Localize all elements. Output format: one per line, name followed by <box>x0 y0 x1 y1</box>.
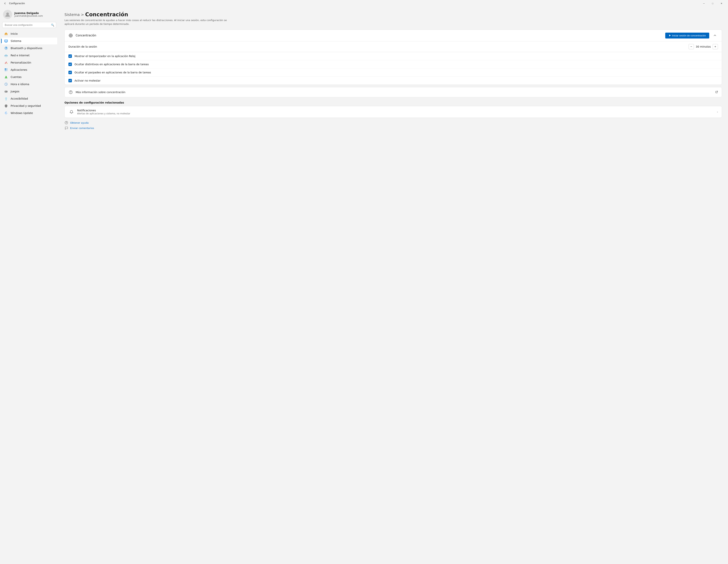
enviar-comentarios-link[interactable]: Enviar comentarios <box>64 126 722 130</box>
card-title: Concentración <box>76 34 663 37</box>
sidebar-item-label: Red e Internet <box>11 54 30 57</box>
svg-point-11 <box>5 76 7 77</box>
sidebar-item-red[interactable]: Red e Internet <box>1 52 57 59</box>
sidebar-item-label: Privacidad y seguridad <box>11 104 41 107</box>
help-circle-icon <box>68 90 73 94</box>
network-icon <box>4 53 8 57</box>
svg-marker-19 <box>669 34 671 36</box>
notifications-card[interactable]: Notificaciones Alertas de aplicaciones y… <box>64 106 722 118</box>
sidebar: Juanma Delgado juanmatek@outlook.com 🔍 I… <box>0 7 58 564</box>
titlebar: Configuración ─ □ ✕ <box>0 0 728 7</box>
session-label: Duración de la sesión <box>68 45 686 48</box>
sidebar-item-label: Juegos <box>11 90 19 93</box>
stepper-plus[interactable]: + <box>713 44 718 49</box>
home-icon <box>4 32 8 36</box>
related-title: Notificaciones <box>77 109 714 112</box>
feedback-icon <box>64 126 68 130</box>
avatar <box>3 10 12 19</box>
stepper-minus[interactable]: − <box>689 44 694 49</box>
sidebar-item-aplicaciones[interactable]: Aplicaciones <box>1 66 57 73</box>
maximize-button[interactable]: □ <box>708 0 717 7</box>
chevron-right-icon: › <box>717 110 718 113</box>
minimize-button[interactable]: ─ <box>700 0 708 7</box>
sidebar-item-sistema[interactable]: Sistema <box>1 38 57 44</box>
svg-point-18 <box>70 35 71 36</box>
sidebar-item-label: Hora e idioma <box>11 83 29 86</box>
svg-rect-3 <box>5 42 7 42</box>
bell-icon <box>68 109 75 115</box>
svg-rect-9 <box>5 70 6 71</box>
back-button[interactable] <box>2 1 8 6</box>
clock-icon <box>4 82 8 86</box>
sidebar-item-juegos[interactable]: Juegos <box>1 88 57 95</box>
checkbox-timer[interactable] <box>68 54 72 58</box>
page-description: Las sesiones de concentración le ayudan … <box>64 18 227 26</box>
obtener-ayuda-link[interactable]: Obtener ayuda <box>64 121 722 125</box>
svg-point-5 <box>6 56 6 57</box>
sidebar-item-cuentas[interactable]: Cuentas <box>1 74 57 80</box>
sidebar-item-label: Bluetooth y dispositivos <box>11 47 42 50</box>
search-box[interactable]: 🔍 <box>2 22 56 28</box>
session-row: Duración de la sesión − 30 minutos + <box>65 41 722 52</box>
sidebar-item-windows-update[interactable]: Windows Update <box>1 110 57 116</box>
sidebar-item-label: Aplicaciones <box>11 68 27 71</box>
check-row-badges: Ocultar distintivos en aplicaciones de l… <box>65 60 722 68</box>
start-session-button[interactable]: Iniciar sesión de concentración <box>665 33 709 38</box>
breadcrumb-current: Concentración <box>85 11 128 18</box>
sidebar-item-bluetooth[interactable]: Bluetooth y dispositivos <box>1 45 57 52</box>
check-row-flashing: Ocultar el parpadeo en aplicaciones de l… <box>65 68 722 76</box>
breadcrumb-separator: > <box>81 12 84 17</box>
svg-point-15 <box>6 97 6 98</box>
svg-point-0 <box>6 13 9 15</box>
sidebar-item-inicio[interactable]: Inicio <box>1 30 57 37</box>
checkbox-flashing[interactable] <box>68 71 72 74</box>
svg-rect-10 <box>6 70 7 71</box>
accounts-icon <box>4 75 8 79</box>
sidebar-item-privacidad[interactable]: Privacidad y seguridad <box>1 102 57 109</box>
info-link-card[interactable]: Más información sobre concentración <box>64 87 722 97</box>
collapse-button[interactable] <box>712 32 718 38</box>
svg-rect-2 <box>5 40 7 42</box>
stepper: − 30 minutos + <box>689 44 718 49</box>
sidebar-item-label: Inicio <box>11 32 18 35</box>
shield-icon <box>4 104 8 108</box>
close-button[interactable]: ✕ <box>717 0 726 7</box>
concentracion-card: Concentración Iniciar sesión de concentr… <box>64 30 722 85</box>
stepper-value: 30 minutos <box>696 45 711 48</box>
checkbox-badges[interactable] <box>68 63 72 66</box>
sidebar-item-accesibilidad[interactable]: Accesibilidad <box>1 95 57 102</box>
external-link-icon <box>715 91 718 94</box>
help-icon <box>64 121 68 125</box>
sidebar-item-hora[interactable]: Hora e idioma <box>1 81 57 88</box>
sidebar-item-personalizacion[interactable]: Personalización <box>1 59 57 66</box>
search-input[interactable] <box>2 22 56 28</box>
ayuda-label: Obtener ayuda <box>70 121 89 124</box>
related-section-title: Opciones de configuración relacionadas <box>64 101 722 104</box>
main-content: Sistema > Concentración Las sesiones de … <box>58 7 728 564</box>
svg-rect-8 <box>6 68 7 70</box>
sidebar-item-label: Sistema <box>11 39 21 42</box>
related-desc: Alertas de aplicaciones y sistema, no mo… <box>77 112 714 115</box>
start-session-label: Iniciar sesión de concentración <box>672 34 706 37</box>
checkbox-dnd[interactable] <box>68 79 72 82</box>
svg-point-6 <box>7 63 8 64</box>
titlebar-title: Configuración <box>9 2 25 5</box>
svg-rect-7 <box>5 68 6 70</box>
breadcrumb-parent: Sistema <box>64 12 80 17</box>
concentracion-icon <box>68 33 73 38</box>
svg-point-14 <box>6 91 7 92</box>
user-email: juanmatek@outlook.com <box>14 15 43 17</box>
update-icon <box>4 111 8 115</box>
svg-rect-13 <box>5 91 7 92</box>
check-row-dnd: Activar no molestar <box>65 76 722 85</box>
check-label-badges: Ocultar distintivos en aplicaciones de l… <box>75 63 149 66</box>
apps-icon <box>4 68 8 72</box>
footer-links: Obtener ayuda Enviar comentarios <box>64 121 722 130</box>
games-icon <box>4 89 8 93</box>
sidebar-item-label: Accesibilidad <box>11 97 28 100</box>
card-header: Concentración Iniciar sesión de concentr… <box>65 30 722 41</box>
paint-icon <box>4 61 8 64</box>
accessibility-icon <box>4 97 8 100</box>
check-label-timer: Mostrar el temporizador en la aplicación… <box>75 55 135 58</box>
bluetooth-icon <box>4 46 8 50</box>
